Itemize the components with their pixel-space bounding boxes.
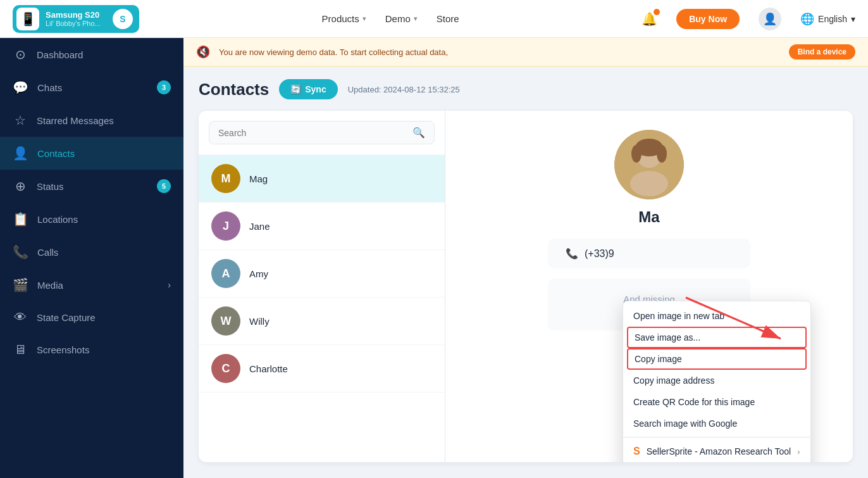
- sidebar-item-media[interactable]: 🎬 Media ›: [0, 268, 183, 301]
- nav-demo[interactable]: Demo ▾: [385, 13, 418, 24]
- contact-item-willy[interactable]: W Willy: [199, 298, 445, 345]
- context-menu-sellersprite[interactable]: S SellerSprite - Amazon Research Tool ›: [623, 440, 810, 462]
- detail-phone: 📞 (+33)9: [548, 239, 750, 268]
- sellersprite-label: SellerSprite - Amazon Research Tool: [647, 446, 791, 456]
- contact-item-mag[interactable]: M Mag: [199, 155, 445, 203]
- notification-bell[interactable]: 🔔: [642, 11, 657, 27]
- contact-avatar-mag: M: [211, 164, 240, 193]
- contacts-scroll[interactable]: M Mag J Jane A Amy W Wil: [199, 155, 445, 462]
- sidebar-label-chats: Chats: [37, 82, 62, 93]
- user-icon[interactable]: 👤: [759, 8, 781, 30]
- sidebar-item-screenshots[interactable]: 🖥 Screenshots: [0, 334, 183, 366]
- phone-number: (+33)9: [585, 248, 614, 260]
- search-input-wrap[interactable]: 🔍: [209, 121, 435, 144]
- copy-address-label: Copy image address: [633, 375, 714, 386]
- context-menu: Open image in new tab Save image as... C…: [623, 301, 811, 462]
- sidebar-item-calls[interactable]: 📞 Calls: [0, 236, 183, 268]
- chats-icon: 💬: [13, 80, 28, 95]
- context-menu-qr-code[interactable]: Create QR Code for this image: [623, 391, 810, 413]
- starred-icon: ☆: [13, 113, 28, 128]
- bind-device-button[interactable]: Bind a device: [789, 44, 855, 60]
- detail-name: Ma: [638, 208, 659, 226]
- page-header: Contacts 🔄 Sync Updated: 2024-08-12 15:3…: [199, 79, 853, 99]
- context-menu-divider-1: [623, 437, 810, 437]
- context-menu-copy-address[interactable]: Copy image address: [623, 370, 810, 391]
- sidebar-label-status: Status: [37, 181, 64, 192]
- contact-item-jane[interactable]: J Jane: [199, 203, 445, 250]
- detail-avatar-svg: [614, 130, 684, 199]
- locations-icon: 📋: [13, 211, 28, 227]
- sync-icon: 🔄: [290, 84, 301, 94]
- sidebar-item-dashboard[interactable]: ⊙ Dashboard: [0, 38, 183, 71]
- page-title: Contacts: [199, 80, 269, 99]
- contact-avatar-charlotte: C: [211, 354, 240, 383]
- nav-store[interactable]: Store: [437, 13, 459, 24]
- sidebar-item-contacts[interactable]: 👤 Contacts: [0, 137, 183, 170]
- demo-banner: 🔇 You are now viewing demo data. To star…: [183, 38, 868, 66]
- status-badge: 5: [157, 179, 171, 193]
- sellersprite-icon: S: [633, 446, 640, 457]
- contact-avatar-amy: A: [211, 259, 240, 288]
- svg-point-2: [630, 171, 668, 196]
- demo-banner-text: You are now viewing demo data. To start …: [219, 47, 448, 57]
- save-image-label: Save image as...: [635, 332, 700, 343]
- sidebar-label-locations: Locations: [37, 214, 78, 225]
- phone-icon: 📞: [566, 248, 578, 260]
- sync-button[interactable]: 🔄 Sync: [279, 79, 337, 99]
- language-selector[interactable]: 🌐 English ▾: [800, 12, 855, 26]
- main-content: 🔇 You are now viewing demo data. To star…: [183, 38, 868, 478]
- search-icon: 🔍: [412, 127, 425, 139]
- search-input[interactable]: [218, 128, 406, 138]
- products-chevron: ▾: [363, 15, 366, 23]
- contact-name-jane: Jane: [249, 221, 270, 232]
- nav-center: Products ▾ Demo ▾ Store: [158, 13, 623, 24]
- context-menu-save-image[interactable]: Save image as...: [627, 327, 807, 348]
- globe-icon: 🌐: [800, 12, 814, 26]
- demo-chevron: ▾: [414, 15, 418, 23]
- device-name: Samsung S20: [46, 10, 101, 20]
- svg-point-4: [631, 145, 642, 163]
- sync-label: Sync: [305, 84, 326, 94]
- contact-name-willy: Willy: [249, 316, 270, 327]
- sidebar-item-chats[interactable]: 💬 Chats 3: [0, 71, 183, 104]
- buy-now-button[interactable]: Buy Now: [676, 9, 740, 29]
- language-label: English: [818, 14, 847, 24]
- sidebar-item-locations[interactable]: 📋 Locations: [0, 203, 183, 236]
- app-subtitle: Lil' Bobby's Pho...: [46, 20, 101, 27]
- sidebar-item-state-capture[interactable]: 👁 State Capture: [0, 301, 183, 334]
- calls-icon: 📞: [13, 244, 28, 260]
- sidebar-label-media: Media: [37, 280, 63, 291]
- state-capture-icon: 👁: [13, 310, 28, 325]
- products-label: Products: [322, 13, 359, 24]
- chats-badge: 3: [157, 80, 171, 94]
- logo-avatar[interactable]: S: [113, 9, 133, 29]
- top-navbar: 📱 Samsung S20 Lil' Bobby's Pho... S Prod…: [0, 0, 868, 38]
- contacts-list: 🔍 M Mag J Jane A: [199, 111, 445, 462]
- main-layout: ⊙ Dashboard 💬 Chats 3 ☆ Starred Messages…: [0, 38, 868, 478]
- demo-banner-icon: 🔇: [196, 45, 210, 59]
- app-logo[interactable]: 📱 Samsung S20 Lil' Bobby's Pho... S: [13, 5, 139, 33]
- nav-products[interactable]: Products ▾: [322, 13, 366, 24]
- sidebar-item-status[interactable]: ⊕ Status 5: [0, 170, 183, 203]
- bell-badge: [654, 9, 660, 15]
- media-icon: 🎬: [13, 277, 28, 292]
- context-menu-copy-image[interactable]: Copy image: [627, 348, 807, 370]
- contact-item-amy[interactable]: A Amy: [199, 250, 445, 298]
- sidebar-item-starred[interactable]: ☆ Starred Messages: [0, 104, 183, 137]
- sidebar-label-contacts: Contacts: [37, 148, 75, 159]
- lang-chevron: ▾: [851, 14, 855, 24]
- contact-item-charlotte[interactable]: C Charlotte: [199, 345, 445, 393]
- qr-code-label: Create QR Code for this image: [633, 397, 755, 407]
- contact-name-amy: Amy: [249, 268, 268, 279]
- context-menu-search-google[interactable]: Search image with Google: [623, 413, 810, 434]
- dashboard-icon: ⊙: [13, 47, 28, 62]
- contacts-icon: 👤: [13, 146, 28, 161]
- contact-name-charlotte: Charlotte: [249, 363, 288, 374]
- contact-avatar-jane: J: [211, 211, 240, 241]
- sidebar-label-dashboard: Dashboard: [37, 49, 83, 60]
- search-container: 🔍: [199, 111, 445, 155]
- contacts-panel: 🔍 M Mag J Jane A: [199, 111, 853, 462]
- copy-image-label: Copy image: [635, 354, 682, 364]
- context-menu-open-tab[interactable]: Open image in new tab: [623, 305, 810, 327]
- updated-timestamp: Updated: 2024-08-12 15:32:25: [348, 85, 460, 94]
